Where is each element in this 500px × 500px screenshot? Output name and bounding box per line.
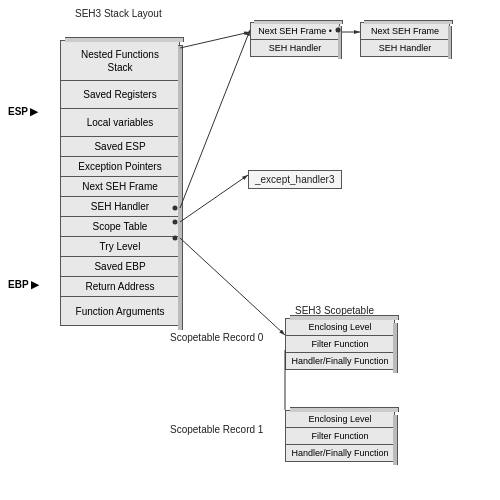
scopetable-record-0: Enclosing Level Filter Function Handler/…: [285, 318, 395, 370]
cell-return-address: Return Address: [61, 277, 179, 297]
seh-frame-2-cell-1: Next SEH Frame: [361, 23, 449, 40]
except-handler-label: _except_handler3: [248, 170, 342, 189]
svg-line-5: [180, 238, 285, 335]
cell-next-seh-frame: Next SEH Frame: [61, 177, 179, 197]
cell-nested-functions: Nested Functions Stack: [61, 41, 179, 81]
scopetable-record-1: Enclosing Level Filter Function Handler/…: [285, 410, 395, 462]
seh-frame-2-cell-2: SEH Handler: [361, 40, 449, 56]
scopetable-record-0-label: Scopetable Record 0: [170, 332, 263, 343]
cell-exception-pointers: Exception Pointers: [61, 157, 179, 177]
cell-local-variables: Local variables: [61, 109, 179, 137]
scopetable-record-1-label: Scopetable Record 1: [170, 424, 263, 435]
seh-frame-1: Next SEH Frame • SEH Handler: [250, 22, 340, 57]
svg-line-11: [180, 30, 250, 208]
scope1-enclosing: Enclosing Level: [286, 411, 394, 428]
svg-line-3: [180, 32, 250, 48]
cell-scope-table: Scope Table: [61, 217, 179, 237]
esp-pointer: ESP ▶: [8, 106, 38, 117]
seh-frame-1-cell-1: Next SEH Frame •: [251, 23, 339, 40]
cell-try-level: Try Level: [61, 237, 179, 257]
diagram-title: SEH3 Stack Layout: [75, 8, 162, 19]
ebp-arrow-icon: ▶: [31, 279, 39, 290]
cell-saved-ebp: Saved EBP: [61, 257, 179, 277]
ebp-label: EBP: [8, 279, 29, 290]
seh-frame-2: Next SEH Frame SEH Handler: [360, 22, 450, 57]
scope0-handler: Handler/Finally Function: [286, 353, 394, 369]
svg-line-4: [180, 175, 248, 222]
cell-seh-handler: SEH Handler: [61, 197, 179, 217]
main-stack: Nested Functions Stack Saved Registers L…: [60, 40, 180, 326]
cell-saved-esp: Saved ESP: [61, 137, 179, 157]
seh-frame-1-cell-2: SEH Handler: [251, 40, 339, 56]
diagram-container: SEH3 Stack Layout Nested Functions Stack…: [0, 0, 500, 500]
esp-label: ESP: [8, 106, 28, 117]
ebp-pointer: EBP ▶: [8, 279, 39, 290]
scope1-handler: Handler/Finally Function: [286, 445, 394, 461]
scope0-enclosing: Enclosing Level: [286, 319, 394, 336]
scope1-filter: Filter Function: [286, 428, 394, 445]
scope0-filter: Filter Function: [286, 336, 394, 353]
esp-arrow-icon: ▶: [30, 106, 38, 117]
cell-saved-registers: Saved Registers: [61, 81, 179, 109]
cell-function-arguments: Function Arguments: [61, 297, 179, 325]
